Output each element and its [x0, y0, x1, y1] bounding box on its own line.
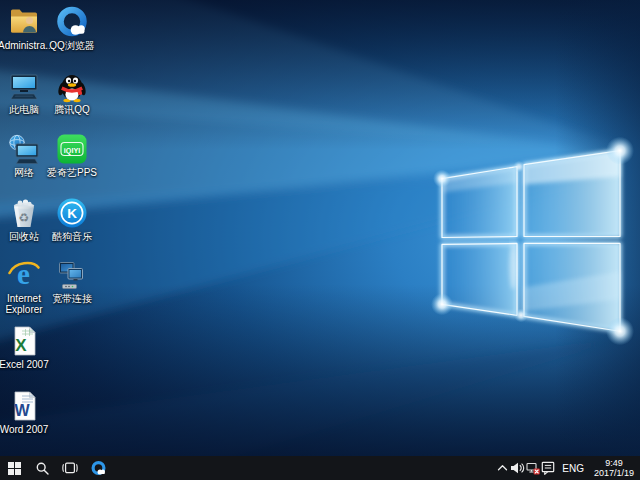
internet-explorer-icon: e [7, 258, 41, 292]
network-disconnected-icon [526, 462, 540, 475]
action-center-icon [541, 461, 555, 475]
qq-browser-taskbar-icon [90, 460, 107, 477]
windows-start-icon [8, 462, 21, 475]
this-pc-icon [7, 69, 41, 103]
volume-button[interactable] [510, 456, 525, 480]
icon-label: 腾讯QQ [46, 104, 98, 115]
search-icon [36, 462, 49, 475]
iqiyi-pps-icon: iQIYI [55, 132, 89, 166]
clock-date: 2017/1/19 [594, 468, 634, 478]
taskbar: ENG 9:49 2017/1/19 [0, 456, 640, 480]
icon-label: Excel 2007 [0, 359, 50, 370]
desktop-icon-kugou-music[interactable]: K 酷狗音乐 [46, 196, 98, 242]
icon-label: 爱奇艺PPS [46, 167, 98, 178]
desktop-icon-tencent-qq[interactable]: 腾讯QQ [46, 69, 98, 115]
recycle-bin-icon: ♻ [7, 196, 41, 230]
icon-label: 宽带连接 [46, 293, 98, 304]
icon-label: Internet Explorer [0, 293, 50, 315]
icon-label: 网络 [0, 167, 50, 178]
desktop-icon-administrator[interactable]: Administra... [0, 5, 50, 51]
desktop-icon-word-2007[interactable]: W Word 2007 [0, 389, 50, 435]
icon-label: 此电脑 [0, 104, 50, 115]
network-icon [7, 132, 41, 166]
broadband-connection-icon [55, 258, 89, 292]
icon-label: QQ浏览器 [46, 40, 98, 51]
task-view-button[interactable] [56, 456, 84, 480]
word-2007-icon: W [7, 389, 41, 423]
chevron-up-icon [497, 464, 508, 472]
icon-label: 回收站 [0, 231, 50, 242]
desktop-icon-this-pc[interactable]: 此电脑 [0, 69, 50, 115]
clock-time: 9:49 [605, 458, 623, 468]
administrator-folder-icon [7, 5, 41, 39]
action-center-button[interactable] [540, 456, 555, 480]
excel-2007-icon: X [7, 324, 41, 358]
taskbar-empty-area[interactable] [112, 456, 495, 480]
svg-text:W: W [14, 402, 30, 419]
tray-show-hidden-icons-button[interactable] [495, 456, 510, 480]
icon-label: Word 2007 [0, 424, 50, 435]
desktop-icon-recycle-bin[interactable]: ♻ 回收站 [0, 196, 50, 242]
kugou-music-icon: K [55, 196, 89, 230]
desktop-icon-qq-browser[interactable]: QQ浏览器 [46, 5, 98, 51]
taskbar-qq-browser-button[interactable] [84, 456, 112, 480]
qq-browser-icon [55, 5, 89, 39]
search-button[interactable] [28, 456, 56, 480]
desktop-icon-iqiyi-pps[interactable]: iQIYI 爱奇艺PPS [46, 132, 98, 178]
svg-text:♻: ♻ [19, 211, 30, 225]
language-indicator[interactable]: ENG [555, 456, 591, 480]
windows-desktop-screen: Administra... QQ浏览器 此电脑 [0, 0, 640, 480]
desktop-area[interactable]: Administra... QQ浏览器 此电脑 [0, 0, 640, 456]
desktop-icon-excel-2007[interactable]: X Excel 2007 [0, 324, 50, 370]
speaker-icon [510, 462, 525, 474]
start-button[interactable] [0, 456, 28, 480]
network-status-button[interactable] [525, 456, 540, 480]
icon-label: Administra... [0, 40, 50, 51]
task-view-icon [62, 462, 78, 474]
icon-label: 酷狗音乐 [46, 231, 98, 242]
svg-text:X: X [15, 336, 27, 355]
desktop-icon-internet-explorer[interactable]: e Internet Explorer [0, 258, 50, 315]
clock[interactable]: 9:49 2017/1/19 [591, 456, 640, 480]
desktop-icon-broadband[interactable]: 宽带连接 [46, 258, 98, 304]
svg-text:iQIYI: iQIYI [64, 146, 80, 155]
tencent-qq-icon [55, 69, 89, 103]
desktop-icon-network[interactable]: 网络 [0, 132, 50, 178]
svg-text:K: K [67, 206, 77, 221]
